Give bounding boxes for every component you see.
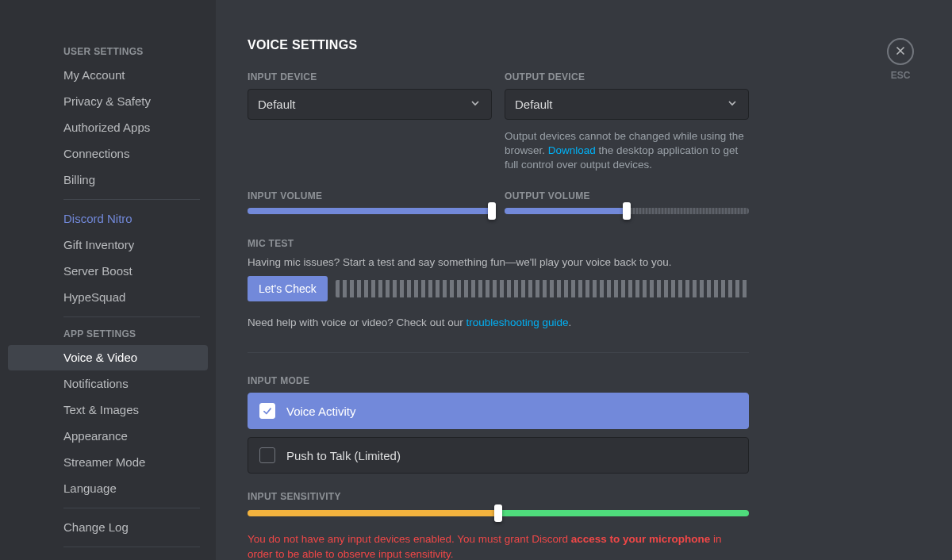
mic-level-meter xyxy=(336,280,749,297)
input-device-select[interactable]: Default xyxy=(248,89,492,120)
mic-test-desc: Having mic issues? Start a test and say … xyxy=(248,255,749,270)
input-mode-option-label: Voice Activity xyxy=(286,405,356,418)
output-device-label: OUTPUT DEVICE xyxy=(505,71,749,82)
sidebar-item-gift-inventory[interactable]: Gift Inventory xyxy=(8,232,208,258)
troubleshoot-hint: Need help with voice or video? Check out… xyxy=(248,316,749,330)
output-volume-label: OUTPUT VOLUME xyxy=(505,190,749,201)
lets-check-button[interactable]: Let's Check xyxy=(248,276,328,301)
checkbox-icon xyxy=(259,447,275,463)
sidebar-item-billing[interactable]: Billing xyxy=(8,167,208,193)
sidebar-item-privacy-safety[interactable]: Privacy & Safety xyxy=(8,89,208,114)
sidebar-item-log-out[interactable]: Log Out xyxy=(8,554,208,560)
main-content: ESC VOICE SETTINGS INPUT DEVICE Default … xyxy=(216,0,952,560)
close-icon xyxy=(894,44,907,59)
download-link[interactable]: Download xyxy=(548,144,596,156)
slider-thumb[interactable] xyxy=(623,202,631,220)
chevron-down-icon xyxy=(726,97,739,112)
sidebar-header-user-settings: USER SETTINGS xyxy=(8,41,208,62)
sidebar-separator xyxy=(63,508,200,508)
settings-sidebar: USER SETTINGS My Account Privacy & Safet… xyxy=(0,0,216,560)
slider-thumb[interactable] xyxy=(488,202,496,220)
sidebar-item-language[interactable]: Language xyxy=(8,476,208,501)
checkbox-icon xyxy=(259,403,275,419)
slider-thumb[interactable] xyxy=(494,504,502,522)
esc-label: ESC xyxy=(891,70,911,81)
input-mode-option-label: Push to Talk (Limited) xyxy=(286,449,401,462)
sidebar-item-notifications[interactable]: Notifications xyxy=(8,371,208,397)
sidebar-item-hypesquad[interactable]: HypeSquad xyxy=(8,285,208,310)
close-button[interactable] xyxy=(887,38,914,65)
input-mode-push-to-talk[interactable]: Push to Talk (Limited) xyxy=(248,437,749,474)
sidebar-separator xyxy=(63,199,200,200)
input-sensitivity-label: INPUT SENSITIVITY xyxy=(248,491,749,502)
output-device-value: Default xyxy=(515,98,553,111)
troubleshooting-link[interactable]: troubleshooting guide xyxy=(466,316,568,328)
sidebar-header-app-settings: APP SETTINGS xyxy=(8,324,208,344)
mic-test-label: MIC TEST xyxy=(248,238,749,249)
sidebar-item-connections[interactable]: Connections xyxy=(8,141,208,167)
sidebar-separator xyxy=(63,316,200,317)
sidebar-item-server-boost[interactable]: Server Boost xyxy=(8,259,208,284)
sidebar-separator xyxy=(63,547,200,547)
sidebar-item-discord-nitro[interactable]: Discord Nitro xyxy=(8,206,208,232)
page-title: VOICE SETTINGS xyxy=(248,38,749,52)
output-device-select[interactable]: Default xyxy=(505,89,749,120)
input-volume-label: INPUT VOLUME xyxy=(248,190,492,201)
sidebar-item-voice-video[interactable]: Voice & Video xyxy=(8,345,208,370)
no-input-device-warning: You do not have any input devices enable… xyxy=(248,532,749,560)
output-device-hint: Output devices cannot be changed while u… xyxy=(505,129,749,173)
output-volume-slider[interactable] xyxy=(505,208,749,214)
input-volume-slider[interactable] xyxy=(248,208,492,214)
sidebar-item-authorized-apps[interactable]: Authorized Apps xyxy=(8,115,208,140)
input-mode-label: INPUT MODE xyxy=(248,375,749,386)
input-sensitivity-slider[interactable] xyxy=(248,510,749,516)
chevron-down-icon xyxy=(469,97,482,112)
input-device-label: INPUT DEVICE xyxy=(248,71,492,82)
sidebar-item-change-log[interactable]: Change Log xyxy=(8,515,208,540)
sidebar-item-streamer-mode[interactable]: Streamer Mode xyxy=(8,450,208,475)
input-device-value: Default xyxy=(258,98,296,111)
section-divider xyxy=(248,352,749,353)
sidebar-item-my-account[interactable]: My Account xyxy=(8,63,208,88)
input-mode-voice-activity[interactable]: Voice Activity xyxy=(248,393,749,429)
sidebar-item-appearance[interactable]: Appearance xyxy=(8,424,208,449)
sidebar-item-text-images[interactable]: Text & Images xyxy=(8,397,208,423)
